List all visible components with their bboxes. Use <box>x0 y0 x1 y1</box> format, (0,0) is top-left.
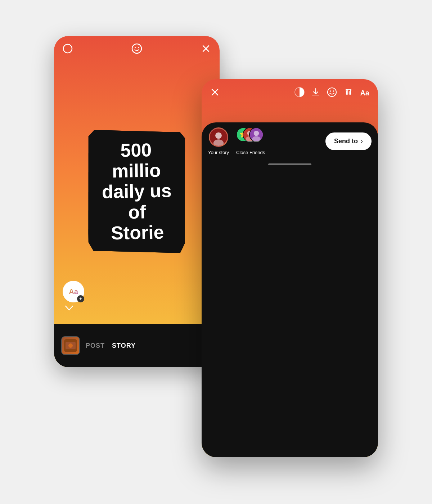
phone-front: Aa 700 millions daily watchers of Storie… <box>202 79 378 457</box>
close-icon-back[interactable] <box>201 44 211 55</box>
close-icon-front[interactable] <box>210 87 220 98</box>
download-icon[interactable] <box>311 87 320 98</box>
circle-fill-icon[interactable] <box>294 87 305 99</box>
text-tool-icon[interactable]: Aa <box>360 89 369 97</box>
svg-point-26 <box>254 131 259 136</box>
brush-stroke-back: 500 millio daily us of Storie <box>86 129 187 255</box>
svg-point-1 <box>132 44 141 53</box>
phone-back: 500 millio daily us of Storie Aa <box>54 36 220 367</box>
svg-point-2 <box>135 47 136 48</box>
close-friends-label: Close Friends <box>236 150 265 155</box>
your-story-avatar <box>209 127 228 147</box>
svg-point-15 <box>330 90 331 92</box>
svg-point-0 <box>63 44 72 53</box>
cf-avatars: ⭐ <box>236 127 265 147</box>
tab-story[interactable]: STORY <box>112 342 136 350</box>
svg-point-14 <box>328 88 336 96</box>
close-friends-section[interactable]: ⭐ <box>236 127 265 155</box>
back-bottom-bar: POST STORY <box>54 324 220 367</box>
svg-point-10 <box>68 343 73 348</box>
scene: 500 millio daily us of Storie Aa <box>54 36 378 468</box>
sticker-icon[interactable] <box>327 87 337 99</box>
aa-badge <box>77 295 84 302</box>
back-brush-text: 500 millio daily us of Storie <box>101 139 173 243</box>
svg-point-3 <box>138 47 139 48</box>
home-indicator-front <box>202 159 378 170</box>
chevron-down-icon[interactable] <box>65 304 73 313</box>
send-to-label: Send to <box>334 138 358 145</box>
tab-post[interactable]: POST <box>86 342 105 350</box>
send-to-button[interactable]: Send to › <box>325 132 372 150</box>
cf-avatar-3 <box>249 127 264 142</box>
circle-icon[interactable] <box>63 44 73 55</box>
chevron-right-icon: › <box>361 138 363 145</box>
front-top-bar: Aa <box>202 79 378 102</box>
svg-point-16 <box>333 90 334 92</box>
audio-icon[interactable] <box>343 87 354 99</box>
aa-label-back: Aa <box>69 288 78 296</box>
svg-point-19 <box>213 139 224 147</box>
bottom-tabs: POST STORY <box>86 342 136 350</box>
home-bar <box>268 163 311 165</box>
thumbnail-image[interactable] <box>61 336 80 355</box>
aa-button-back[interactable]: Aa <box>63 281 84 302</box>
smiley-icon[interactable] <box>131 43 142 55</box>
svg-point-27 <box>252 136 260 142</box>
back-top-bar <box>54 36 220 59</box>
front-top-icons: Aa <box>294 87 369 99</box>
front-bottom-actions: Your story ⭐ <box>202 122 378 159</box>
your-story-section[interactable]: Your story <box>208 127 229 155</box>
svg-point-18 <box>215 132 222 139</box>
your-story-label: Your story <box>208 150 229 155</box>
